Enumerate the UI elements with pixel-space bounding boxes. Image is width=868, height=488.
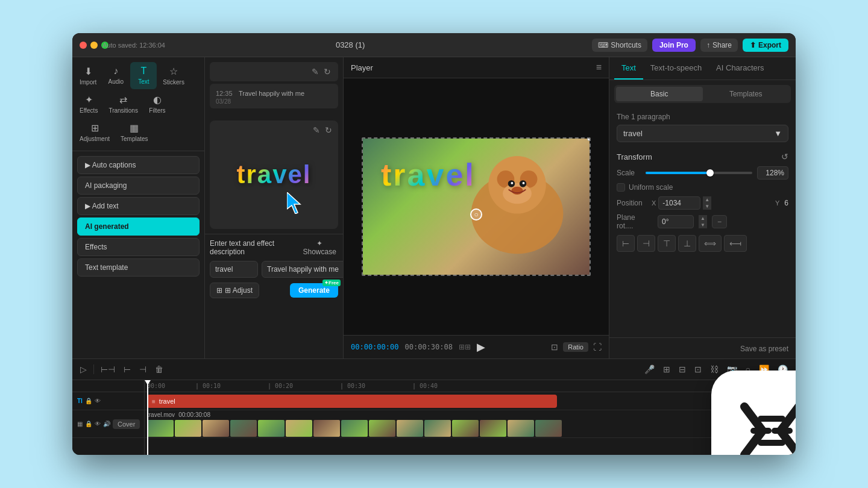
plane-increment-button[interactable]: ▲ [699,215,707,222]
zoom-out-button[interactable]: ⊟ [677,363,688,376]
paragraph-section: The 1 paragraph travel ▼ [609,108,796,147]
shortcuts-button[interactable]: ⌨ Shortcuts [592,39,647,52]
adjust-button[interactable]: ⊞ ⊞ Adjust [210,283,259,298]
tool-text[interactable]: T Text [130,62,157,89]
refresh-preview-icon[interactable]: ↻ [324,124,333,136]
close-button[interactable] [80,42,87,49]
track-visibility-button[interactable]: 👁 [95,398,101,404]
x-position-input[interactable] [658,196,700,210]
plane-minus-button[interactable]: − [712,215,727,228]
x-decrement-button[interactable]: ▼ [703,203,711,210]
ai-generated-button[interactable]: AI generated [77,217,200,236]
showcase-button[interactable]: ✦ Showcase [301,239,338,256]
refresh-icon[interactable]: ↻ [322,66,332,78]
transform-reset-button[interactable]: ↺ [781,152,788,161]
thumb-10 [397,420,423,437]
generate-button[interactable]: Generate ✦Free [290,283,338,298]
edit-icon[interactable]: ✎ [310,66,320,78]
trim-start-button[interactable]: ⊢ [122,363,133,376]
main-content: ⬇ Import ♪ Audio T Text ☆ Stickers ✦ E [72,57,796,358]
align-center-v-button[interactable]: ⟺ [699,235,722,252]
tool-filters[interactable]: ◐ Filters [144,90,171,117]
tab-ai[interactable]: AI Characters [709,57,771,80]
time-marker-10: | 00:10 [195,380,268,392]
tool-import[interactable]: ⬇ Import [75,62,101,89]
export-button[interactable]: ⬆ Export [743,39,788,52]
tab-tts[interactable]: Text-to-speech [643,57,709,80]
player-title: Player [351,63,373,72]
screenshot-icon[interactable]: ⊡ [551,342,558,352]
align-center-h-button[interactable]: ⊣ [637,235,655,252]
minimize-button[interactable] [90,42,98,49]
filters-icon: ◐ [153,94,162,105]
tool-transitions[interactable]: ⇄ Transitions [104,90,143,117]
play-button[interactable]: ▶ [477,340,485,354]
rotate-handle[interactable]: ○ [470,208,482,221]
export-icon: ⬆ [750,41,756,49]
edit-preview-icon[interactable]: ✎ [312,124,321,136]
tool-stickers[interactable]: ☆ Stickers [158,62,189,89]
track-lock-button[interactable]: 🔒 [85,398,92,404]
effects-button[interactable]: Effects [77,238,200,256]
scale-thumb[interactable] [706,169,714,177]
svg-point-9 [523,182,525,184]
right-panel: Text Text-to-speech AI Characters Basic … [609,57,796,358]
tool-audio[interactable]: ♪ Audio [102,62,129,89]
add-text-button[interactable]: ▶ Add text [77,197,200,215]
sub-tab-basic[interactable]: Basic [616,87,703,101]
align-bottom-button[interactable]: ⟻ [724,235,747,252]
tool-templates[interactable]: ▦ Templates [116,119,153,146]
align-row: ⊢ ⊣ ⊤ ⊥ ⟺ ⟻ [617,235,788,252]
fullscreen-icon[interactable]: ⛶ [593,342,602,352]
player-area: Player ≡ [344,57,609,358]
text-item-2[interactable]: 12:35 Travel happily with me 03/28 [210,84,338,108]
tool-adjustment[interactable]: ⊞ Adjustment [75,119,115,146]
plane-rot-input[interactable] [658,215,694,228]
playhead[interactable] [147,380,148,455]
text-template-button[interactable]: Text template [77,258,200,277]
text-item-1[interactable]: ✎ ↻ [210,62,338,81]
link-button[interactable]: ⛓ [708,363,720,376]
stickers-icon: ☆ [169,66,178,77]
align-left-button[interactable]: ⊢ [617,235,635,252]
transitions-icon: ⇄ [119,94,127,105]
video-lock-button[interactable]: 🔒 [85,421,92,427]
text-track-clip[interactable]: ≡ travel [147,395,557,408]
selection-handle[interactable] [587,139,590,141]
microphone-button[interactable]: 🎤 [643,363,656,376]
split-tool-button[interactable]: ⊢⊣ [99,363,117,376]
player-menu-button[interactable]: ≡ [596,62,602,73]
zoom-in-button[interactable]: ⊞ [661,363,672,376]
time-marker-30: | 00:30 [340,380,412,392]
delete-tool-button[interactable]: 🗑 [153,363,165,376]
audio-mute-button[interactable]: 🔊 [103,421,110,427]
sub-tab-templates[interactable]: Templates [703,87,790,101]
ratio-button[interactable]: Ratio [563,342,588,352]
scale-slider[interactable] [646,172,752,174]
join-pro-button[interactable]: Join Pro [652,39,696,52]
video-track-info: travel.mov 00:00:30:08 [147,411,210,418]
trim-end-button[interactable]: ⊣ [137,363,148,376]
uniform-scale-row: Uniform scale [617,183,788,192]
tool-effects[interactable]: ✦ Effects [75,90,102,117]
player-header: Player ≡ [344,57,609,78]
text-description-input[interactable] [262,261,344,278]
tab-text[interactable]: Text [614,57,643,80]
fit-button[interactable]: ⊡ [693,363,703,376]
select-tool-button[interactable]: ▷ [78,363,89,376]
align-right-button[interactable]: ⊤ [658,235,676,252]
cover-button[interactable]: Cover [113,419,140,429]
share-button[interactable]: ↑ Share [700,39,738,52]
save-preset-button[interactable]: Save as preset [740,345,788,353]
x-increment-button[interactable]: ▲ [703,196,711,203]
thumb-2 [175,420,201,437]
uniform-scale-checkbox[interactable] [617,183,625,192]
align-top-button[interactable]: ⊥ [678,235,696,252]
text-keyword-input[interactable] [210,261,258,278]
video-visibility-button[interactable]: 👁 [95,421,101,427]
ai-packaging-button[interactable]: AI packaging [77,177,200,195]
paragraph-dropdown[interactable]: travel ▼ [617,125,788,142]
auto-captions-button[interactable]: ▶ Auto captions [77,156,200,174]
plane-decrement-button[interactable]: ▼ [699,222,707,228]
audio-icon: ♪ [113,66,118,77]
